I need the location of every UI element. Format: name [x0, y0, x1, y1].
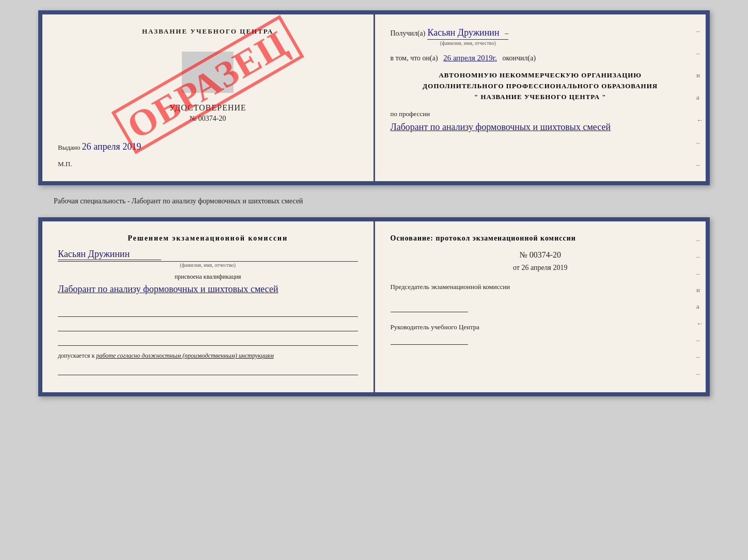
- dopuskaetsya-block: допускается к работе согласно должностны…: [58, 352, 358, 360]
- sig-line-3: [58, 335, 358, 346]
- dash6: –: [696, 138, 703, 147]
- mp-label: М.П.: [58, 160, 358, 168]
- vydano-line: Выдано 26 апреля 2019: [58, 141, 358, 152]
- bottom-left-panel: Решением экзаменационной комиссии Касьян…: [42, 221, 375, 392]
- okonchil-label: окончил(а): [502, 54, 536, 62]
- org-line2: ДОПОЛНИТЕЛЬНОГО ПРОФЕССИОНАЛЬНОГО ОБРАЗО…: [391, 81, 691, 92]
- document-container: НАЗВАНИЕ УЧЕБНОГО ЦЕНТРА ОБРАЗЕЦ УДОСТОВ…: [38, 10, 710, 396]
- profession-text: Лаборант по анализу формовочных и шихтов…: [391, 120, 691, 134]
- po-professii-text: по профессии: [391, 110, 691, 118]
- sig-line-bottom: [58, 365, 358, 375]
- cert-school-name: НАЗВАНИЕ УЧЕБНОГО ЦЕНТРА: [58, 27, 358, 36]
- ot-date-line: от 26 апреля 2019: [391, 264, 691, 272]
- org-line1: АВТОНОМНУЮ НЕКОММЕРЧЕСКУЮ ОРГАНИЗАЦИЮ: [391, 70, 691, 81]
- ot-label: от: [513, 264, 520, 271]
- bdash4: и: [696, 286, 703, 294]
- rukov-block: Руководитель учебного Центра: [391, 323, 691, 345]
- chairman-sig-line: [391, 302, 468, 312]
- bdash6: ←: [696, 319, 703, 328]
- dopuskaetsya-label: допускается к: [58, 352, 95, 359]
- dash3: и: [696, 71, 703, 79]
- recipient-fio: Касьян Дружинин: [427, 27, 499, 38]
- sig-line-1: [58, 307, 358, 317]
- bottom-fio-subtitle: (фамилия, имя, отчество): [58, 261, 358, 268]
- vydano-date: 26 апреля 2019: [82, 141, 142, 152]
- specialty-line: Рабочая специальность - Лаборант по анал…: [38, 193, 710, 210]
- bottom-fio: Касьян Дружинин: [58, 249, 161, 260]
- number-label: № 00374-20: [519, 250, 561, 259]
- udostoverenie-label: УДОСТОВЕРЕНИЕ: [169, 103, 246, 113]
- dopuskaetsya-text: работе согласно должностным (производств…: [96, 352, 274, 359]
- vtom-line: в том, что он(а) 26 апреля 2019г. окончи…: [391, 54, 691, 62]
- protocol-date: 26 апреля 2019: [521, 264, 567, 271]
- top-certificate: НАЗВАНИЕ УЧЕБНОГО ЦЕНТРА ОБРАЗЕЦ УДОСТОВ…: [38, 10, 710, 185]
- cert-number: № 00374-20: [190, 115, 226, 123]
- bottom-right-dashes: – – – и а ← – – –: [696, 221, 703, 392]
- osnovanie-title: Основание: протокол экзаменационной коми…: [391, 234, 691, 243]
- signature-lines-block: [58, 307, 358, 346]
- bdash5: а: [696, 302, 703, 311]
- org-block: АВТОНОМНУЮ НЕКОММЕРЧЕСКУЮ ОРГАНИЗАЦИЮ ДО…: [391, 70, 691, 102]
- stamp-placeholder: [182, 52, 233, 93]
- chairman-block: Председатель экзаменационной комиссии: [391, 282, 691, 312]
- cert-right-panel: Получил(а) Касьян Дружинин – (фамилия, и…: [375, 14, 706, 181]
- protocol-number: № 00374-20: [391, 250, 691, 260]
- po-professii-label: по профессии Лаборант по анализу формово…: [391, 110, 691, 134]
- bdash2: –: [696, 252, 703, 261]
- resheniem-title: Решением экзаменационной комиссии: [58, 234, 358, 243]
- bottom-fio-block: Касьян Дружинин (фамилия, имя, отчество): [58, 249, 358, 268]
- cert-left-panel: НАЗВАНИЕ УЧЕБНОГО ЦЕНТРА ОБРАЗЕЦ УДОСТОВ…: [42, 14, 375, 181]
- org-line3: " НАЗВАНИЕ УЧЕБНОГО ЦЕНТРА ": [391, 92, 691, 103]
- bottom-certificate: Решением экзаменационной комиссии Касьян…: [38, 217, 710, 396]
- dash7: –: [696, 161, 703, 169]
- bdash9: –: [696, 370, 703, 378]
- fio-subtitle-top: (фамилия, имя, отчество): [427, 39, 508, 46]
- dash1: –: [696, 27, 703, 35]
- rukov-sig-line: [391, 334, 468, 345]
- bdash3: –: [696, 269, 703, 278]
- completion-date: 26 апреля 2019г.: [443, 54, 497, 62]
- bottom-right-panel: Основание: протокол экзаменационной коми…: [375, 221, 706, 392]
- stamp-area: ОБРАЗЕЦ УДОСТОВЕРЕНИЕ № 00374-20: [58, 43, 358, 126]
- sig-line-2: [58, 321, 358, 331]
- dash4: а: [696, 93, 703, 102]
- dash5: ←: [696, 116, 703, 124]
- rukov-label: Руководитель учебного Центра: [391, 323, 691, 332]
- bdash8: –: [696, 353, 703, 361]
- dash2: –: [696, 49, 703, 57]
- poluchil-label: Получил(а): [391, 29, 426, 38]
- bdash1: –: [696, 236, 703, 244]
- chairman-label: Председатель экзаменационной комиссии: [391, 282, 691, 292]
- prisvoena-label: присвоена квалификация: [58, 273, 358, 281]
- vtom-label: в том, что он(а): [391, 54, 438, 62]
- right-side-lines: – – и а ← – –: [696, 14, 703, 181]
- bdash7: –: [696, 336, 703, 344]
- bottom-qualification: Лаборант по анализу формовочных и шихтов…: [58, 282, 358, 296]
- poluchil-line: Получил(а) Касьян Дружинин – (фамилия, и…: [391, 27, 691, 46]
- vydano-text: Выдано: [58, 143, 80, 151]
